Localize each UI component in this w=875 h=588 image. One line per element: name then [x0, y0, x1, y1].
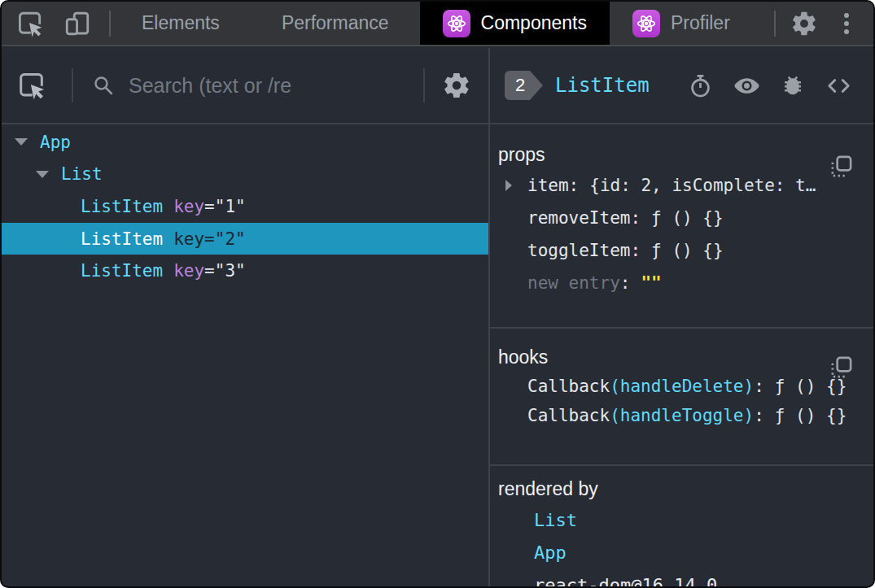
toolbar-divider [72, 68, 73, 102]
details-pane: 2 ListItem [490, 48, 873, 586]
rendered-by-section: rendered by List App react-dom@16.14.0 [490, 475, 873, 588]
hook-row-handletoggle[interactable]: Callback(handleToggle): ƒ () {} [490, 401, 873, 430]
component-name: App [40, 133, 71, 152]
bug-log-icon[interactable] [781, 73, 805, 98]
colon: : [754, 377, 764, 396]
hook-fn-name: (handleToggle) [610, 406, 754, 425]
tree-node-listitem-2-selected[interactable]: ListItem key ="2" [2, 223, 488, 255]
gear-icon [442, 71, 471, 100]
hook-value: ƒ () {} [775, 377, 847, 396]
component-name: List [61, 164, 103, 184]
device-toolbar-icon [63, 9, 92, 38]
tree-node-listitem-3[interactable]: ListItem key ="3" [2, 255, 488, 287]
prop-value: {id: 2, isComplete: t… [589, 176, 816, 195]
selected-component-header: 2 ListItem [490, 48, 873, 124]
hooks-section: hooks Callback(handleDelete): ƒ () {} Ca… [490, 342, 873, 466]
devtools-window: Elements Performance Components [0, 0, 875, 588]
tabbar-divider [774, 11, 776, 37]
colon: : [569, 176, 580, 195]
suspend-stopwatch-icon[interactable] [688, 73, 713, 98]
search-input[interactable] [127, 73, 423, 98]
owners-stack-badge[interactable]: 2 [505, 71, 543, 100]
more-options-button[interactable] [831, 8, 862, 39]
kebab-menu-icon [834, 10, 859, 37]
colon: : [630, 208, 641, 228]
tab-components[interactable]: Components [420, 2, 610, 45]
tree-node-listitem-1[interactable]: ListItem key ="1" [2, 190, 488, 223]
key-value: ="1" [204, 197, 246, 216]
tab-label: Components [481, 12, 587, 34]
prop-value: ƒ () {} [651, 241, 724, 260]
expand-triangle-icon[interactable] [505, 180, 512, 191]
prop-row-removeitem[interactable]: removeItem: ƒ () {} [490, 202, 873, 234]
hook-name: Callback [527, 406, 610, 425]
select-component-button[interactable] [16, 70, 47, 101]
gear-icon [790, 10, 818, 37]
colon: : [754, 406, 764, 425]
key-value: ="3" [204, 261, 246, 281]
hooks-section-title: hooks [490, 342, 873, 372]
key-attribute: key [173, 197, 204, 216]
tab-label: Elements [142, 12, 220, 34]
hook-name: Callback [527, 377, 610, 396]
tree-settings-button[interactable] [441, 70, 472, 101]
view-source-code-icon[interactable] [825, 72, 852, 99]
prop-name: toggleItem [527, 241, 630, 260]
tab-profiler[interactable]: Profiler [610, 2, 753, 45]
rendered-by-title: rendered by [490, 475, 873, 503]
tree-toolbar [2, 48, 488, 124]
settings-button[interactable] [789, 8, 820, 39]
rendered-by-link-list[interactable]: List [490, 503, 873, 536]
search-icon [91, 73, 116, 98]
prop-row-item[interactable]: item: {id: 2, isComplete: t… [490, 169, 873, 202]
inspect-dom-eye-icon[interactable] [733, 72, 760, 99]
inspect-cursor-icon [16, 70, 47, 101]
new-entry-value[interactable]: "" [641, 273, 661, 293]
tree-node-list[interactable]: List [2, 159, 488, 191]
rendered-by-react-dom-version: react-dom@16.14.0 [490, 568, 873, 588]
inspect-cursor-icon [15, 9, 45, 38]
tab-performance[interactable]: Performance [251, 2, 420, 45]
devtools-tabbar: Elements Performance Components [2, 2, 873, 46]
prop-value: ƒ () {} [651, 208, 724, 228]
components-panel: App List ListItem key ="1" ListItem key … [2, 48, 873, 586]
hook-row-handledelete[interactable]: Callback(handleDelete): ƒ () {} [490, 372, 873, 401]
props-section-title: props [490, 140, 873, 169]
colon: : [620, 273, 631, 293]
props-section: props item: {id: 2, isComplete: t… remov… [490, 140, 873, 329]
key-value: ="2" [204, 229, 246, 249]
key-attribute: key [173, 229, 204, 249]
component-name: ListItem [81, 261, 163, 281]
inspect-element-button[interactable] [15, 8, 46, 39]
component-tree: App List ListItem key ="1" ListItem key … [2, 126, 488, 586]
react-atom-icon [632, 10, 660, 37]
prop-name: removeItem [527, 208, 630, 228]
prop-row-toggleitem[interactable]: toggleItem: ƒ () {} [490, 234, 873, 267]
component-name: ListItem [81, 229, 163, 249]
colon: : [630, 241, 641, 260]
prop-name: item [527, 176, 569, 195]
prop-row-new-entry[interactable]: new entry: "" [490, 267, 873, 299]
collapse-triangle-icon[interactable] [15, 138, 28, 146]
react-atom-icon [443, 10, 470, 37]
tab-label: Profiler [671, 12, 730, 34]
hook-value: ƒ () {} [775, 406, 847, 425]
tab-label: Performance [282, 12, 389, 34]
new-entry-field[interactable]: new entry [527, 273, 620, 293]
tree-pane: App List ListItem key ="1" ListItem key … [2, 48, 490, 586]
collapse-triangle-icon[interactable] [36, 171, 49, 178]
hook-fn-name: (handleDelete) [610, 377, 754, 396]
tab-elements[interactable]: Elements [111, 2, 251, 45]
rendered-by-link-app[interactable]: App [490, 536, 873, 568]
component-name: ListItem [81, 197, 163, 216]
selected-component-title: ListItem [555, 74, 650, 97]
device-toolbar-button[interactable] [62, 8, 93, 39]
key-attribute: key [173, 261, 204, 281]
tree-node-app[interactable]: App [2, 126, 488, 159]
toolbar-divider [423, 68, 425, 102]
